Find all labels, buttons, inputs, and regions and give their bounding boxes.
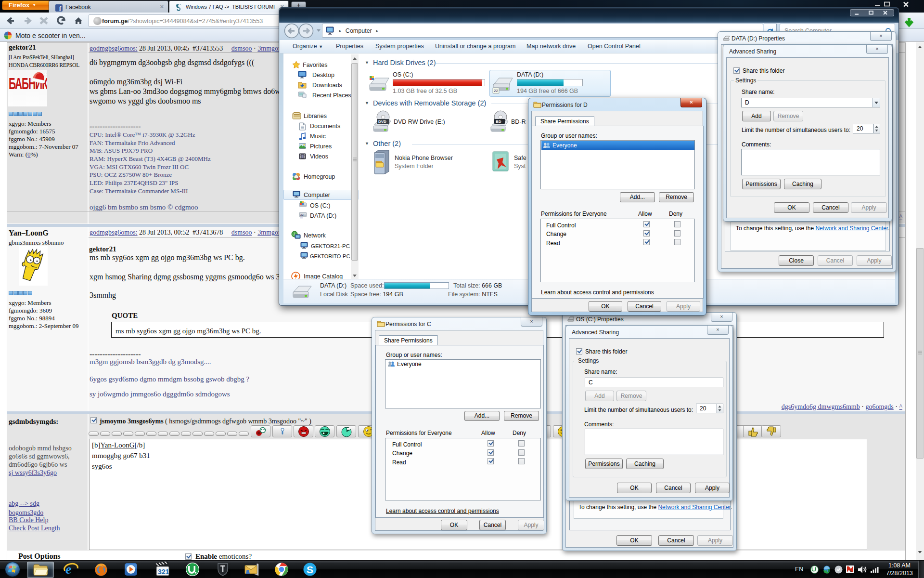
svg-text:DVD: DVD	[378, 119, 386, 124]
svg-text:22: 22	[494, 89, 498, 93]
svg-text:321: 321	[158, 568, 169, 576]
svg-text:BD: BD	[496, 119, 501, 124]
svg-text:S: S	[307, 564, 313, 575]
svg-text:22: 22	[300, 213, 304, 216]
svg-text:f: f	[59, 5, 62, 12]
